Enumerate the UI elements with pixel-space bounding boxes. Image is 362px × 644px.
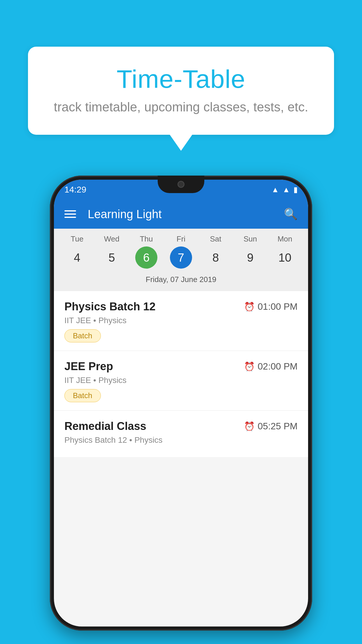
item-subtitle-1: IIT JEE • Physics [64,376,298,385]
hamburger-icon[interactable] [64,210,76,218]
signal-icon: ▲ [282,185,290,194]
camera-dot [178,181,184,188]
battery-icon: ▮ [294,185,298,194]
day-number-tue: 4 [66,246,88,269]
item-header-2: Remedial Class ⏰ 05:25 PM [64,420,298,433]
day-col-sat[interactable]: Sat 8 [201,235,230,269]
item-time-0: ⏰ 01:00 PM [244,301,298,312]
item-time-value-1: 02:00 PM [258,361,298,372]
status-icons: ▲ ▲ ▮ [272,185,298,194]
day-label-mon: Mon [277,235,292,244]
day-col-thu[interactable]: Thu 6 [132,235,161,269]
bubble-title: Time-Table [51,64,311,94]
selected-date-label: Friday, 07 June 2019 [54,272,308,288]
item-title-1: JEE Prep [64,360,113,373]
day-col-tue[interactable]: Tue 4 [62,235,92,269]
app-bar: Learning Light 🔍 [54,200,308,229]
days-row: Tue 4 Wed 5 Thu 6 Fri 7 [54,235,308,269]
day-number-fri: 7 [170,246,192,269]
day-number-sat: 8 [205,246,227,269]
day-number-mon: 10 [274,246,296,269]
calendar-strip: Tue 4 Wed 5 Thu 6 Fri 7 [54,229,308,291]
day-col-sun[interactable]: Sun 9 [236,235,265,269]
item-time-1: ⏰ 02:00 PM [244,361,298,372]
clock-icon-1: ⏰ [244,361,255,372]
item-header-1: JEE Prep ⏰ 02:00 PM [64,360,298,373]
batch-badge-1: Batch [64,389,101,402]
batch-badge-0: Batch [64,329,101,342]
day-label-thu: Thu [140,235,153,244]
item-time-2: ⏰ 05:25 PM [244,421,298,432]
day-label-fri: Fri [177,235,185,244]
day-label-sat: Sat [210,235,221,244]
clock-icon-0: ⏰ [244,302,255,312]
day-label-wed: Wed [104,235,120,244]
search-icon[interactable]: 🔍 [284,208,298,220]
item-title-2: Remedial Class [64,420,146,433]
bubble-subtitle: track timetable, upcoming classes, tests… [51,100,311,114]
schedule-item-2[interactable]: Remedial Class ⏰ 05:25 PM Physics Batch … [54,411,308,457]
wifi-icon: ▲ [272,185,279,194]
item-header-0: Physics Batch 12 ⏰ 01:00 PM [64,300,298,313]
phone-screen: 14:29 ▲ ▲ ▮ Learning Light 🔍 [54,180,308,626]
day-col-fri[interactable]: Fri 7 [166,235,196,269]
schedule-list: Physics Batch 12 ⏰ 01:00 PM IIT JEE • Ph… [54,291,308,457]
day-number-wed: 5 [101,246,123,269]
clock-icon-2: ⏰ [244,421,255,431]
item-subtitle-0: IIT JEE • Physics [64,316,298,325]
speech-bubble: Time-Table track timetable, upcoming cla… [28,47,334,135]
item-time-value-0: 01:00 PM [258,301,298,312]
day-label-sun: Sun [244,235,257,244]
schedule-item-0[interactable]: Physics Batch 12 ⏰ 01:00 PM IIT JEE • Ph… [54,291,308,351]
day-col-mon[interactable]: Mon 10 [270,235,299,269]
app-title: Learning Light [88,208,275,221]
status-time: 14:29 [64,185,86,195]
schedule-item-1[interactable]: JEE Prep ⏰ 02:00 PM IIT JEE • Physics Ba… [54,351,308,411]
day-number-thu: 6 [135,246,157,269]
day-number-sun: 9 [239,246,261,269]
item-title-0: Physics Batch 12 [64,300,156,313]
phone-notch [158,176,204,193]
phone-body: 14:29 ▲ ▲ ▮ Learning Light 🔍 [50,176,312,631]
phone-mockup: 14:29 ▲ ▲ ▮ Learning Light 🔍 [50,176,312,631]
day-col-wed[interactable]: Wed 5 [97,235,126,269]
item-time-value-2: 05:25 PM [258,421,298,432]
item-subtitle-2: Physics Batch 12 • Physics [64,435,298,445]
day-label-tue: Tue [71,235,84,244]
